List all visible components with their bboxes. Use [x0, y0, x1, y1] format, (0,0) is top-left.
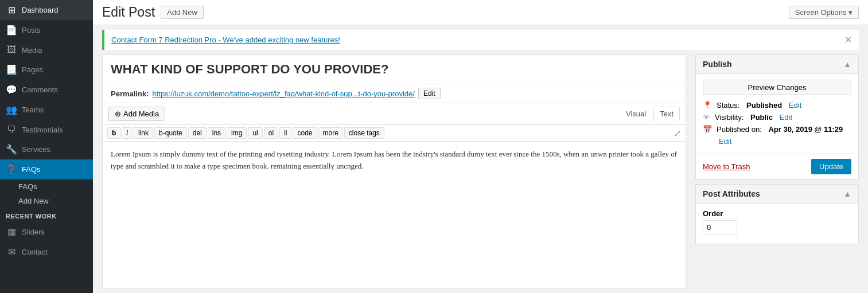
- dashboard-icon: ⊞: [6, 5, 17, 15]
- format-img[interactable]: img: [227, 127, 247, 139]
- testimonials-icon: 🗨: [6, 124, 17, 135]
- tab-text[interactable]: Text: [653, 107, 680, 121]
- sidebar-sub-faqs[interactable]: FAQs: [0, 179, 93, 194]
- contact-icon: ✉: [6, 247, 17, 257]
- sidebar-item-posts[interactable]: 📄 Posts: [0, 20, 93, 40]
- sidebar-item-label: Contact: [22, 248, 48, 256]
- media-icon: 🖼: [6, 45, 17, 55]
- editor-tabs: Visual Text: [620, 107, 680, 121]
- published-on-row: 📅 Published on: Apr 30, 2019 @ 11:29: [703, 125, 851, 134]
- notice-close-button[interactable]: ✕: [844, 34, 852, 45]
- add-media-icon: ⊕: [115, 110, 121, 118]
- sidebar-item-media[interactable]: 🖼 Media: [0, 40, 93, 60]
- services-icon: 🔧: [6, 144, 17, 155]
- sidebar-item-label: Testimonials: [22, 126, 63, 134]
- add-new-button[interactable]: Add New: [161, 6, 204, 19]
- main-area: Edit Post Add New Screen Options ▾ Conta…: [93, 0, 868, 293]
- format-ul[interactable]: ul: [248, 127, 262, 139]
- sidebar-item-contact[interactable]: ✉ Contact: [0, 242, 93, 262]
- post-attributes-panel-body: Order: [696, 204, 858, 244]
- format-del[interactable]: del: [188, 127, 207, 139]
- status-row: 📍 Status: Published Edit: [703, 101, 851, 110]
- faqs-icon: ❓: [6, 164, 17, 175]
- update-button[interactable]: Update: [811, 159, 851, 174]
- sliders-icon: ▦: [6, 226, 17, 237]
- sidebar-item-testimonials[interactable]: 🗨 Testimonials: [0, 120, 93, 139]
- sidebar-item-pages[interactable]: 📃 Pages: [0, 60, 93, 80]
- post-attributes-panel-header: Post Attributes ▲: [696, 185, 858, 204]
- sidebar-item-label: Sliders: [22, 228, 45, 236]
- visibility-icon: 👁: [703, 113, 710, 122]
- permalink-link[interactable]: https://luzuk.com/demo/tattoo-expert/lz_…: [152, 89, 414, 98]
- right-sidebar-panel: Publish ▲ Preview Changes 📍 Status: Publ…: [695, 54, 859, 288]
- editor-toolbar-top: ⊕ Add Media Visual Text: [103, 103, 686, 125]
- post-attributes-collapse[interactable]: ▲: [843, 189, 851, 198]
- format-code[interactable]: code: [293, 127, 317, 139]
- page-title: Edit Post: [102, 5, 155, 20]
- notice-bar: Contact Form 7 Redirection Pro - We've a…: [102, 30, 859, 50]
- visibility-edit-link[interactable]: Edit: [780, 113, 792, 122]
- order-input[interactable]: [703, 220, 737, 235]
- calendar-icon: 📅: [703, 125, 712, 134]
- permalink-label: Permalink:: [111, 89, 149, 98]
- sidebar-item-label: Dashboard: [22, 6, 59, 14]
- preview-changes-button[interactable]: Preview Changes: [703, 80, 851, 95]
- comments-icon: 💬: [6, 84, 17, 95]
- sidebar-item-label: Comments: [22, 85, 58, 94]
- publish-panel-footer: Move to Trash Update: [696, 154, 858, 179]
- sidebar-item-label: Teams: [22, 106, 44, 114]
- editor-section: Permalink: https://luzuk.com/demo/tattoo…: [102, 54, 686, 288]
- permalink-edit-button[interactable]: Edit: [418, 88, 441, 99]
- format-link[interactable]: link: [134, 127, 153, 139]
- format-ins[interactable]: ins: [208, 127, 225, 139]
- sidebar-item-label: Services: [22, 145, 50, 154]
- sidebar-sub-add-new[interactable]: Add New: [0, 194, 93, 208]
- sidebar-item-label: Posts: [22, 26, 41, 34]
- recent-work-section: RECENT WORK: [0, 210, 93, 222]
- format-li[interactable]: li: [279, 127, 291, 139]
- sidebar-item-label: FAQs: [22, 165, 41, 174]
- screen-options-button[interactable]: Screen Options ▾: [789, 6, 859, 19]
- format-bquote[interactable]: b-quote: [154, 127, 187, 139]
- expand-editor-button[interactable]: ⤢: [674, 128, 681, 139]
- publish-panel: Publish ▲ Preview Changes 📍 Status: Publ…: [695, 54, 859, 179]
- top-bar: Edit Post Add New Screen Options ▾: [93, 0, 868, 25]
- content-area: Permalink: https://luzuk.com/demo/tattoo…: [93, 50, 868, 293]
- sidebar-item-comments[interactable]: 💬 Comments: [0, 80, 93, 100]
- notice-link[interactable]: Contact Form 7 Redirection Pro - We've a…: [111, 36, 340, 44]
- tab-visual[interactable]: Visual: [620, 107, 652, 121]
- format-close-tags[interactable]: close tags: [344, 127, 384, 139]
- sidebar: ⊞ Dashboard 📄 Posts 🖼 Media 📃 Pages 💬 Co…: [0, 0, 93, 293]
- status-icon: 📍: [703, 101, 712, 110]
- permalink-bar: Permalink: https://luzuk.com/demo/tattoo…: [103, 84, 686, 103]
- format-ol[interactable]: ol: [264, 127, 278, 139]
- pages-icon: 📃: [6, 64, 17, 75]
- sidebar-item-faqs[interactable]: ❓ FAQs: [0, 159, 93, 179]
- sidebar-item-teams[interactable]: 👥 Teams: [0, 100, 93, 120]
- sidebar-item-label: Pages: [22, 65, 43, 74]
- format-bold[interactable]: b: [107, 127, 120, 139]
- post-attributes-panel: Post Attributes ▲ Order: [695, 184, 859, 244]
- published-on-edit-link[interactable]: Edit: [719, 137, 731, 146]
- format-italic[interactable]: i: [122, 127, 133, 139]
- sidebar-item-services[interactable]: 🔧 Services: [0, 139, 93, 159]
- publish-panel-header: Publish ▲: [696, 55, 858, 74]
- sidebar-item-dashboard[interactable]: ⊞ Dashboard: [0, 0, 93, 20]
- format-more[interactable]: more: [318, 127, 343, 139]
- sidebar-item-sliders[interactable]: ▦ Sliders: [0, 222, 93, 242]
- post-title-input[interactable]: [103, 55, 686, 84]
- move-trash-link[interactable]: Move to Trash: [703, 162, 750, 171]
- format-toolbar: b i link b-quote del ins img ul ol li co…: [103, 125, 686, 142]
- status-edit-link[interactable]: Edit: [789, 101, 801, 110]
- publish-panel-collapse[interactable]: ▲: [843, 60, 851, 69]
- order-label: Order: [703, 209, 851, 218]
- page-title-area: Edit Post Add New: [102, 5, 204, 20]
- add-media-button[interactable]: ⊕ Add Media: [108, 107, 165, 121]
- sidebar-collapse-arrow: [88, 165, 93, 174]
- sidebar-item-label: Media: [22, 46, 42, 54]
- posts-icon: 📄: [6, 25, 17, 36]
- publish-panel-body: Preview Changes 📍 Status: Published Edit…: [696, 74, 858, 154]
- teams-icon: 👥: [6, 104, 17, 115]
- visibility-row: 👁 Visibility: Public Edit: [703, 113, 851, 122]
- editor-content[interactable]: Lorem Ipsum is simply dummy text of the …: [103, 142, 686, 288]
